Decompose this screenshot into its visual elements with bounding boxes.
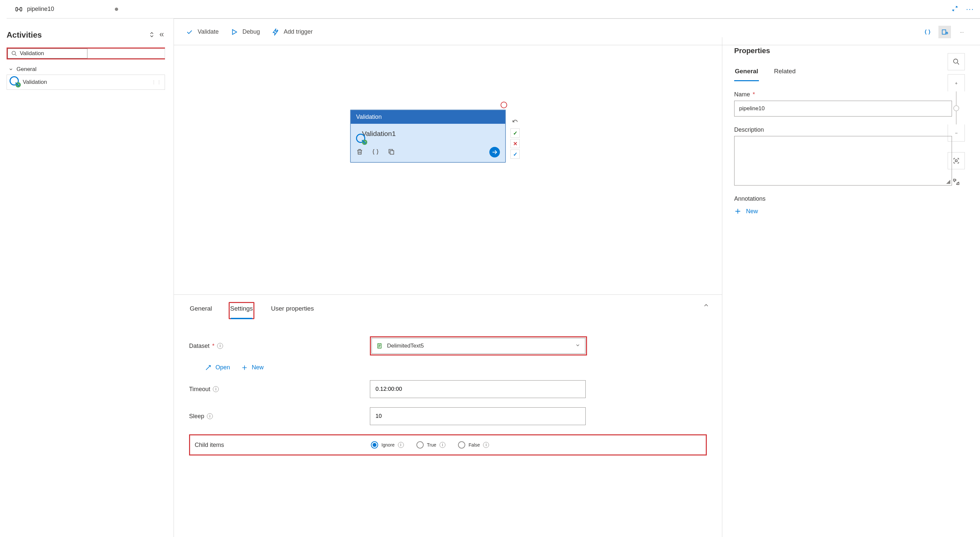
dataset-select[interactable]: DelimitedText5 <box>372 338 585 354</box>
info-icon[interactable]: i <box>483 442 489 448</box>
success-status-icon[interactable]: ✓ <box>511 128 520 138</box>
unsaved-dot-icon <box>115 8 118 11</box>
pipeline-icon <box>15 6 22 13</box>
validation-node[interactable]: Validation ✓ Validation1 <box>350 110 506 163</box>
node-type-label: Validation <box>351 110 505 124</box>
sleep-label: Sleep i <box>189 413 370 420</box>
drag-grip-icon: ⋮⋮ <box>151 80 162 85</box>
error-indicator-icon <box>501 102 507 108</box>
svg-rect-1 <box>20 7 22 11</box>
group-label: General <box>16 66 36 73</box>
svg-rect-0 <box>16 7 18 11</box>
tab-user-properties[interactable]: User properties <box>270 303 315 318</box>
description-label: Description <box>734 126 968 133</box>
validation-icon: ✓ <box>10 78 19 87</box>
prop-tab-related[interactable]: Related <box>773 64 797 81</box>
delete-icon[interactable] <box>356 148 363 156</box>
activity-label: Validation <box>23 79 47 86</box>
properties-heading: Properties <box>734 46 968 55</box>
svg-point-4 <box>946 32 948 33</box>
fail-status-icon[interactable]: ✕ <box>511 139 520 148</box>
svg-point-2 <box>12 51 16 55</box>
complete-status-icon[interactable]: ✓ <box>511 150 520 159</box>
tab-settings[interactable]: Settings <box>229 302 255 319</box>
play-icon <box>231 29 238 36</box>
radio-false[interactable]: False i <box>458 441 489 449</box>
properties-toggle-icon[interactable] <box>939 26 951 38</box>
tab-general[interactable]: General <box>189 303 213 318</box>
search-text: Validation <box>20 50 44 57</box>
more-icon[interactable]: ··· <box>966 5 974 14</box>
trigger-icon <box>272 29 279 36</box>
info-icon[interactable]: i <box>439 442 445 448</box>
annotations-label: Annotations <box>734 195 968 202</box>
expand-all-icon[interactable] <box>148 31 155 39</box>
radio-ignore[interactable]: Ignore i <box>371 441 404 449</box>
prop-tab-general[interactable]: General <box>734 64 759 81</box>
dataset-icon <box>377 343 382 349</box>
child-items-label: Child items <box>195 441 371 449</box>
activities-heading: Activities <box>6 30 148 40</box>
timeout-input[interactable] <box>370 380 586 398</box>
info-icon[interactable]: i <box>217 343 223 349</box>
svg-rect-3 <box>942 30 946 34</box>
add-trigger-button[interactable]: Add trigger <box>272 29 313 36</box>
document-tabbar: pipeline10 ··· <box>6 0 980 19</box>
dataset-label: Dataset * i <box>189 343 370 349</box>
add-annotation-button[interactable]: New <box>734 207 968 215</box>
dataset-value: DelimitedText5 <box>387 343 424 349</box>
child-items-highlight: Child items Ignore i True i False i <box>189 434 707 456</box>
check-icon <box>186 29 193 36</box>
tab-title: pipeline10 <box>27 6 54 13</box>
svg-rect-5 <box>390 150 394 154</box>
collapse-panel-icon[interactable] <box>703 302 710 310</box>
description-textarea[interactable] <box>734 136 952 185</box>
undo-icon[interactable] <box>511 118 520 127</box>
radio-true[interactable]: True i <box>417 441 445 449</box>
pipeline-tab[interactable]: pipeline10 <box>13 4 121 15</box>
node-name: Validation1 <box>362 130 396 138</box>
info-icon[interactable]: i <box>398 442 404 448</box>
code-icon[interactable] <box>372 148 379 156</box>
chevron-down-icon <box>575 343 581 349</box>
name-input[interactable]: pipeline10 <box>734 101 952 116</box>
activities-search-input[interactable]: Validation <box>8 48 88 59</box>
debug-button[interactable]: Debug <box>231 29 260 36</box>
expand-arrow-icon[interactable] <box>489 147 500 158</box>
dataset-select-highlight: DelimitedText5 <box>370 336 587 355</box>
code-view-icon[interactable] <box>921 26 934 38</box>
name-label: Name * <box>734 91 968 98</box>
chevron-down-icon <box>9 67 13 72</box>
group-general[interactable]: General <box>6 64 165 75</box>
activity-validation[interactable]: ✓ Validation ⋮⋮ <box>6 75 165 90</box>
new-dataset-button[interactable]: New <box>241 364 264 371</box>
expand-icon[interactable] <box>951 5 958 13</box>
collapse-panel-icon[interactable] <box>158 31 165 39</box>
timeout-label: Timeout i <box>189 386 370 393</box>
copy-icon[interactable] <box>388 148 395 156</box>
toolbar-more-icon[interactable]: ··· <box>956 26 968 38</box>
info-icon[interactable]: i <box>213 386 219 392</box>
open-dataset-button[interactable]: Open <box>205 364 230 371</box>
activities-search-highlight: Validation <box>6 48 165 59</box>
sleep-input[interactable] <box>370 407 586 425</box>
validate-button[interactable]: Validate <box>186 29 219 36</box>
info-icon[interactable]: i <box>207 413 213 419</box>
search-icon <box>11 51 17 56</box>
